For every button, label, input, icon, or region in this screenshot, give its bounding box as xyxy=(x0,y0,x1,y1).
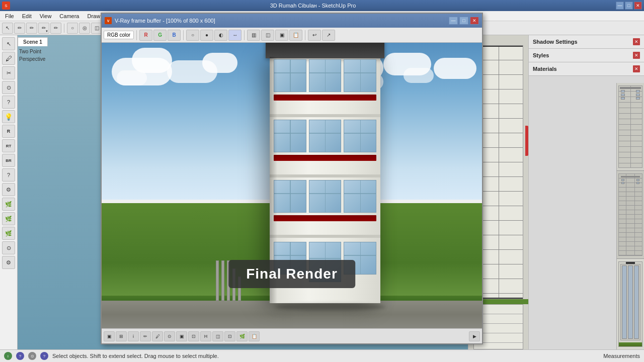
r-tool[interactable]: R xyxy=(2,125,15,138)
status-icon-4[interactable]: ? xyxy=(40,352,48,360)
vray-copy-btn[interactable]: 📋 xyxy=(289,30,302,41)
menu-camera[interactable]: Camera xyxy=(56,12,82,20)
vray-r-channel[interactable]: R xyxy=(139,30,152,41)
arc-tool-btn[interactable]: ✏▼ xyxy=(38,23,49,34)
shadow-settings-title: Shadow Settings xyxy=(533,39,578,45)
status-icon-1[interactable]: i xyxy=(4,352,12,360)
vray-bottom-btn-11[interactable]: 🌿 xyxy=(236,331,248,341)
toolbar-separator-1 xyxy=(64,24,64,33)
window-f2-2 xyxy=(309,180,342,213)
render-roof xyxy=(266,43,384,58)
line-tool-btn[interactable]: ✏ xyxy=(26,23,37,34)
scene-tabs-bar: Scene 1 xyxy=(18,35,48,46)
vray-sep-4 xyxy=(305,30,305,40)
window-f3-3 xyxy=(344,120,376,152)
vray-g-channel[interactable]: G xyxy=(153,30,167,41)
query-tool[interactable]: ? xyxy=(2,168,15,182)
vray-b-channel[interactable]: B xyxy=(168,30,181,41)
styles-close[interactable]: ✕ xyxy=(633,52,640,59)
status-icon-2[interactable]: ? xyxy=(16,352,24,360)
vray-bottom-btn-h[interactable]: H xyxy=(200,331,211,341)
panel-resize-handle[interactable] xyxy=(525,126,528,156)
help-tool[interactable]: ? xyxy=(2,96,15,109)
vray-title-bar[interactable]: V V-Ray frame buffer - [100% of 800 x 60… xyxy=(102,14,482,28)
offset-tool-btn[interactable]: ◎ xyxy=(79,23,90,34)
vray-save-btn[interactable]: ↩ xyxy=(308,30,321,41)
materials-close[interactable]: ✕ xyxy=(633,65,640,72)
vray-render-area: Final Render xyxy=(102,43,482,328)
materials-panel[interactable]: Materials ✕ xyxy=(529,62,644,76)
circle-tool[interactable]: ⊙ xyxy=(2,241,15,254)
vray-compare-btn[interactable]: ▥ xyxy=(247,30,260,41)
vray-bottom-btn-2[interactable]: ⊞ xyxy=(116,331,127,341)
menu-file[interactable]: File xyxy=(2,12,17,20)
vray-stamp-btn[interactable]: ▣ xyxy=(275,30,288,41)
vray-load-btn[interactable]: ↗ xyxy=(322,30,335,41)
menu-view[interactable]: View xyxy=(37,12,55,20)
scene-info: Two Point Perspective xyxy=(19,48,45,63)
vray-cursor-btn[interactable]: ↔ xyxy=(228,30,242,41)
light-tool[interactable]: 💡 xyxy=(2,110,15,123)
close-button[interactable]: ✕ xyxy=(634,2,642,10)
shadow-settings-close[interactable]: ✕ xyxy=(633,38,640,45)
rt-tool[interactable]: RT xyxy=(2,139,15,152)
vray-close-btn[interactable]: ✕ xyxy=(470,17,479,25)
plant-tool-1[interactable]: 🌿 xyxy=(2,198,15,211)
balcony-bar-f3 xyxy=(274,155,376,161)
vray-region-btn[interactable]: ◫ xyxy=(261,30,274,41)
vray-bottom-btn-8[interactable]: ⊡ xyxy=(188,331,199,341)
erase-tool[interactable]: ✂ xyxy=(2,66,15,79)
plant-tool-3[interactable]: 🌿 xyxy=(2,227,15,240)
styles-panel[interactable]: Styles ✕ xyxy=(529,49,644,62)
measurements-label: Measurements xyxy=(603,353,640,359)
title-bar: S 3D Rumah Cibulан - SketchUp Pro — □ ✕ xyxy=(0,0,644,11)
vray-bottom-btn-3[interactable]: i xyxy=(128,331,139,341)
vray-sep-2 xyxy=(183,30,184,40)
vray-bottom-btn-4[interactable]: ✏ xyxy=(140,331,151,341)
window-controls: — □ ✕ xyxy=(616,2,642,10)
maximize-button[interactable]: □ xyxy=(625,2,633,10)
freehand-tool-btn[interactable]: ✏ xyxy=(50,23,61,34)
vray-exposure-btn[interactable]: ◐ xyxy=(214,30,227,41)
window-f4-2 xyxy=(309,59,342,92)
gear-tool[interactable]: ⚙ xyxy=(2,256,15,269)
status-bar: i ? ⊙ ? Select objects. Shift to extend … xyxy=(0,349,644,362)
left-toolbar: ↖ 🖊 ✂ ⊙ ? 💡 R RT BR ? ⚙ 🌿 🌿 🌿 ⊙ ⚙ xyxy=(0,35,18,349)
app-icon: S xyxy=(2,2,10,10)
orbit-tool[interactable]: ⊙ xyxy=(2,81,15,94)
menu-edit[interactable]: Edit xyxy=(19,12,35,20)
paint-tool[interactable]: 🖊 xyxy=(2,52,15,65)
vray-scroll-right[interactable]: ▶ xyxy=(469,331,480,341)
shadow-settings-panel[interactable]: Shadow Settings ✕ xyxy=(529,35,644,49)
vray-cc-btn[interactable]: ● xyxy=(200,30,213,41)
vray-bottom-btn-6[interactable]: ⊙ xyxy=(164,331,175,341)
balcony-bar-f2 xyxy=(274,215,376,221)
vray-bottom-btn-7[interactable]: ▣ xyxy=(176,331,187,341)
br-tool[interactable]: BR xyxy=(2,154,15,167)
vray-bottom-toolbar: ▣ ⊞ i ✏ 🖊 ⊙ ▣ ⊡ H ◫ ⊡ 🌿 📋 ▶ xyxy=(102,328,482,343)
vray-bottom-btn-10[interactable]: ⊡ xyxy=(224,331,235,341)
scene-tab-1[interactable]: Scene 1 xyxy=(18,37,48,46)
vray-lut-btn[interactable]: ○ xyxy=(186,30,199,41)
minimize-button[interactable]: — xyxy=(616,2,624,10)
plant-tool-2[interactable]: 🌿 xyxy=(2,212,15,225)
window-f2-1 xyxy=(274,180,306,213)
status-left-area: i ? ⊙ ? Select objects. Shift to extend … xyxy=(4,352,219,360)
vray-maximize-btn[interactable]: □ xyxy=(459,17,468,25)
vray-sep-1 xyxy=(136,30,137,40)
status-message: Select objects. Shift to extend select. … xyxy=(52,353,219,359)
select-tool-btn[interactable]: ↖ xyxy=(2,23,13,34)
vray-bottom-btn-1[interactable]: ▣ xyxy=(104,331,115,341)
select-tool[interactable]: ↖ xyxy=(2,37,15,50)
right-thumbnail xyxy=(616,83,644,349)
vray-bottom-btn-9[interactable]: ◫ xyxy=(212,331,223,341)
color-mode-dropdown[interactable]: RGB color xyxy=(104,31,134,39)
paint-tool-btn[interactable]: ✏ xyxy=(14,23,25,34)
projection-label: Two Point xyxy=(19,48,45,55)
settings-tool[interactable]: ⚙ xyxy=(2,183,15,196)
vray-bottom-btn-5[interactable]: 🖊 xyxy=(152,331,163,341)
circle-tool-btn[interactable]: ○ xyxy=(67,23,78,34)
status-icon-3[interactable]: ⊙ xyxy=(28,352,36,360)
vray-bottom-btn-12[interactable]: 📋 xyxy=(249,331,260,341)
vray-minimize-btn[interactable]: — xyxy=(449,17,458,25)
